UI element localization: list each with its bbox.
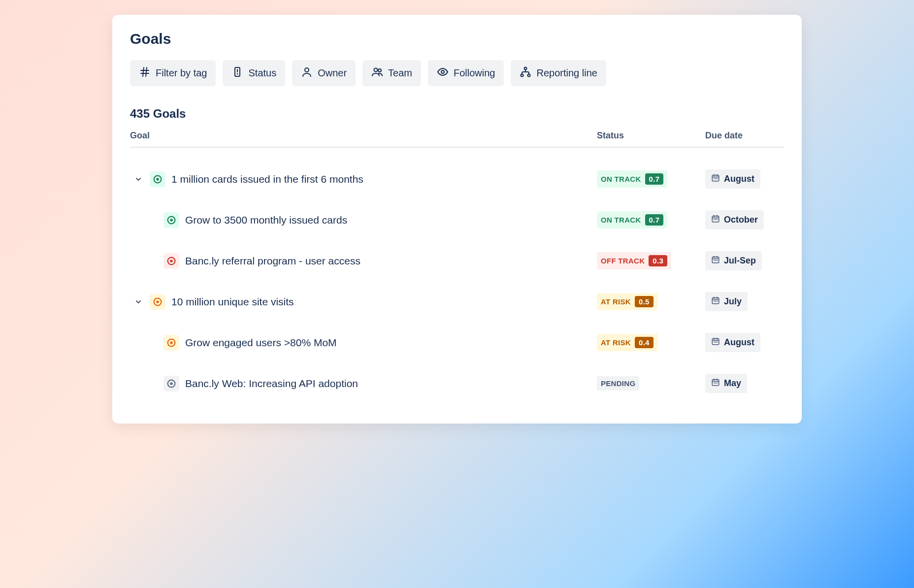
goal-row[interactable]: Banc.ly Web: Increasing API adoptionPEND… bbox=[130, 363, 784, 404]
status-score: 0.3 bbox=[649, 255, 667, 266]
filter-label: Owner bbox=[318, 67, 347, 79]
status-text: PENDING bbox=[601, 379, 635, 388]
filter-status[interactable]: Status bbox=[223, 60, 285, 86]
goal-title[interactable]: 1 million cards issued in the first 6 mo… bbox=[171, 173, 363, 185]
status-badge[interactable]: ON TRACK0.7 bbox=[597, 170, 667, 188]
status-badge[interactable]: ON TRACK0.7 bbox=[597, 211, 667, 229]
status-text: AT RISK bbox=[601, 297, 631, 306]
due-cell: August bbox=[705, 333, 784, 352]
filter-label: Reporting line bbox=[536, 67, 597, 79]
goals-panel: Goals Filter by tagStatusOwnerTeamFollow… bbox=[112, 15, 802, 424]
filter-label: Team bbox=[388, 67, 412, 79]
due-date-chip[interactable]: May bbox=[705, 374, 747, 393]
svg-rect-31 bbox=[717, 219, 718, 220]
filter-label: Status bbox=[248, 67, 276, 79]
filter-tag[interactable]: Filter by tag bbox=[130, 60, 216, 86]
svg-point-10 bbox=[441, 70, 444, 73]
calendar-icon bbox=[711, 173, 720, 185]
svg-rect-39 bbox=[715, 260, 716, 261]
due-cell: August bbox=[705, 169, 784, 189]
svg-rect-58 bbox=[717, 342, 718, 343]
svg-rect-48 bbox=[715, 301, 716, 302]
calendar-icon bbox=[711, 378, 720, 389]
due-cell: July bbox=[705, 292, 784, 311]
target-icon bbox=[150, 294, 165, 310]
col-header-due: Due date bbox=[705, 131, 784, 141]
target-icon bbox=[163, 212, 179, 228]
due-cell: October bbox=[705, 210, 784, 229]
svg-point-33 bbox=[170, 260, 173, 262]
status-cell: AT RISK0.5 bbox=[597, 293, 705, 310]
goal-row[interactable]: Grow to 3500 monthly issued cardsON TRAC… bbox=[130, 199, 784, 240]
filter-team[interactable]: Team bbox=[362, 60, 421, 86]
goal-title[interactable]: Grow to 3500 monthly issued cards bbox=[185, 214, 347, 226]
filter-owner[interactable]: Owner bbox=[292, 60, 356, 86]
svg-point-8 bbox=[374, 68, 378, 72]
due-date-text: October bbox=[724, 215, 758, 225]
svg-point-60 bbox=[170, 382, 173, 385]
due-date-chip[interactable]: Jul-Sep bbox=[705, 251, 762, 270]
goal-title[interactable]: Banc.ly Web: Increasing API adoption bbox=[185, 378, 358, 390]
target-icon bbox=[150, 171, 165, 187]
svg-rect-40 bbox=[717, 260, 718, 261]
expand-chevron-icon[interactable] bbox=[133, 296, 144, 307]
svg-line-3 bbox=[146, 67, 147, 76]
status-cell: ON TRACK0.7 bbox=[597, 170, 705, 188]
due-date-chip[interactable]: July bbox=[705, 292, 748, 311]
svg-rect-47 bbox=[714, 301, 715, 302]
svg-line-2 bbox=[143, 67, 144, 76]
goal-title[interactable]: Banc.ly referral program - user access bbox=[185, 255, 360, 267]
target-icon bbox=[163, 376, 179, 392]
svg-point-7 bbox=[305, 68, 309, 72]
goal-title[interactable]: Grow engaged users >80% MoM bbox=[185, 337, 337, 349]
goal-row[interactable]: Grow engaged users >80% MoMAT RISK0.4Aug… bbox=[130, 322, 784, 363]
goal-row[interactable]: Banc.ly referral program - user accessOF… bbox=[130, 240, 784, 281]
due-date-chip[interactable]: October bbox=[705, 210, 764, 229]
status-icon bbox=[231, 66, 243, 80]
goal-title[interactable]: 10 million unique site visits bbox=[171, 296, 294, 308]
due-date-text: August bbox=[724, 337, 754, 348]
status-badge[interactable]: AT RISK0.5 bbox=[597, 293, 657, 310]
due-date-text: August bbox=[724, 174, 754, 184]
due-cell: May bbox=[705, 374, 784, 393]
status-badge[interactable]: AT RISK0.4 bbox=[597, 334, 657, 351]
filter-reporting[interactable]: Reporting line bbox=[511, 60, 606, 86]
due-date-chip[interactable]: August bbox=[705, 333, 760, 352]
col-header-goal: Goal bbox=[130, 131, 597, 141]
due-date-text: Jul-Sep bbox=[724, 256, 756, 266]
svg-point-6 bbox=[237, 74, 238, 74]
goal-cell: Banc.ly referral program - user access bbox=[130, 253, 597, 269]
svg-rect-57 bbox=[715, 342, 716, 343]
status-badge[interactable]: OFF TRACK0.3 bbox=[597, 252, 671, 269]
svg-rect-20 bbox=[714, 178, 715, 179]
svg-point-24 bbox=[170, 219, 173, 222]
calendar-icon bbox=[711, 296, 720, 307]
status-score: 0.7 bbox=[645, 214, 664, 226]
svg-rect-66 bbox=[715, 383, 716, 384]
status-text: OFF TRACK bbox=[601, 257, 645, 265]
status-badge[interactable]: PENDING bbox=[597, 376, 639, 391]
status-cell: OFF TRACK0.3 bbox=[597, 252, 705, 269]
filter-following[interactable]: Following bbox=[428, 60, 504, 86]
svg-rect-38 bbox=[714, 260, 715, 261]
svg-point-51 bbox=[170, 341, 173, 344]
tree-icon bbox=[520, 66, 531, 80]
goal-cell: Banc.ly Web: Increasing API adoption bbox=[130, 376, 597, 392]
svg-rect-30 bbox=[715, 219, 716, 220]
svg-rect-29 bbox=[714, 219, 715, 220]
goal-cell: 1 million cards issued in the first 6 mo… bbox=[130, 171, 597, 187]
svg-rect-56 bbox=[714, 342, 715, 343]
col-header-status: Status bbox=[597, 131, 705, 141]
goal-row[interactable]: 10 million unique site visitsAT RISK0.5J… bbox=[130, 281, 784, 322]
status-text: ON TRACK bbox=[601, 216, 641, 224]
goals-rows: 1 million cards issued in the first 6 mo… bbox=[130, 159, 784, 404]
due-date-text: May bbox=[724, 378, 741, 389]
goal-cell: 10 million unique site visits bbox=[130, 294, 597, 310]
goal-row[interactable]: 1 million cards issued in the first 6 mo… bbox=[130, 159, 784, 199]
expand-chevron-icon[interactable] bbox=[133, 174, 144, 185]
filter-label: Following bbox=[454, 67, 495, 79]
status-score: 0.4 bbox=[635, 337, 653, 348]
calendar-icon bbox=[711, 255, 720, 266]
svg-rect-22 bbox=[717, 178, 718, 179]
due-date-chip[interactable]: August bbox=[705, 169, 760, 189]
